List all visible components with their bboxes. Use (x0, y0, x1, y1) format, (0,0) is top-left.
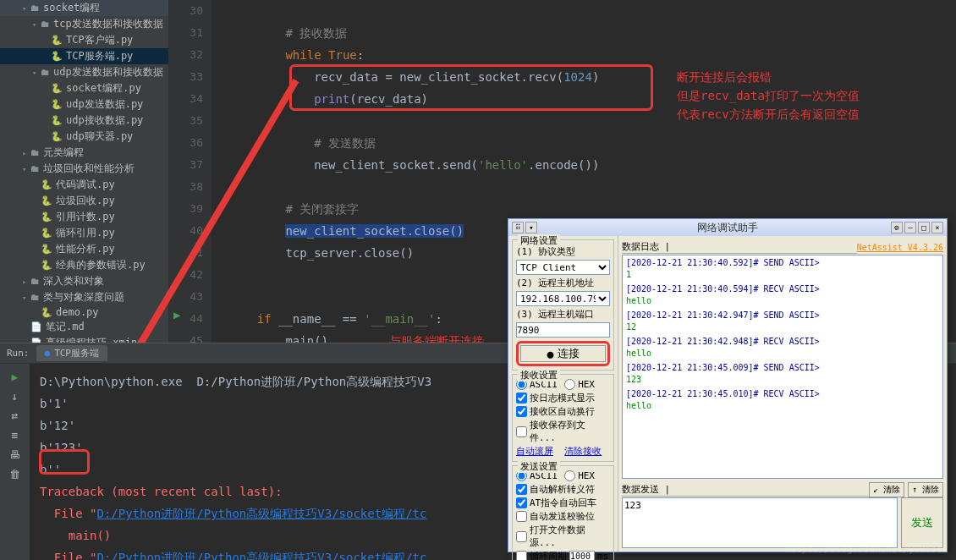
run-tab[interactable]: ● TCP服务端 (36, 345, 108, 361)
port-label: (3) 远程主机端口 (516, 308, 610, 321)
rerun-icon[interactable]: ▶ (12, 371, 19, 383)
tree-item[interactable]: 🐍引用计数.py (0, 209, 168, 225)
log-title: 数据日志 | (622, 240, 857, 254)
recv-opt-2[interactable]: 接收保存到文件... (516, 419, 610, 444)
auto-scroll-link[interactable]: 自动滚屏 (516, 446, 553, 457)
tree-item[interactable]: ▾🖿socket编程 (0, 0, 168, 16)
port-input[interactable] (516, 322, 610, 338)
netassist-window[interactable]: ⠿ ▾ 网络调试助手 ⚙ — □ × 网络设置 (1) 协议类型 TCP Cli… (508, 218, 948, 552)
send-button[interactable]: 发送 (901, 497, 943, 548)
send-opt-3[interactable]: 打开文件数据源... (516, 524, 610, 549)
tree-item[interactable]: 📄笔记.md (0, 319, 168, 335)
run-toolbar: ▶ ↓ ⇄ ≡ 🖶 🗑 (0, 364, 30, 560)
recv-settings-group: 接收设置 ASCII HEX 按日志模式显示 接收区自动换行 接收保存到文件..… (512, 374, 614, 462)
tree-item[interactable]: 🐍udp接收数据.py (0, 113, 168, 129)
pin-icon[interactable]: ▾ (525, 222, 537, 233)
annotation-box-empty (39, 449, 90, 475)
tree-item[interactable]: ▸🖿深入类和对象 (0, 273, 168, 289)
delete-icon[interactable]: 🗑 (9, 468, 20, 480)
close-icon[interactable]: × (931, 222, 943, 233)
tree-item[interactable]: 🐍垃圾回收.py (0, 193, 168, 209)
drag-icon[interactable]: ⠿ (512, 222, 524, 233)
send-opt-1[interactable]: AT指令自动回车 (516, 497, 610, 509)
net-group-label: 网络设置 (518, 234, 560, 247)
tree-item[interactable]: ▾🖿垃圾回收和性能分析 (0, 161, 168, 177)
tree-item[interactable]: 📄高级编程技巧.xmind (0, 335, 168, 343)
send-group-label: 发送设置 (518, 460, 560, 473)
run-label: Run: (7, 348, 30, 359)
run-tab-label: TCP服务端 (54, 347, 99, 360)
line-gutter: 30313233343536373839404142434445 (169, 0, 212, 352)
send-opt-0[interactable]: 自动解析转义符 (516, 483, 610, 496)
clear-recv-link[interactable]: 清除接收 (564, 446, 602, 457)
tree-item[interactable]: 🐍udp聊天器.py (0, 129, 168, 145)
recv-group-label: 接收设置 (518, 369, 560, 382)
annotation-box-recv (289, 64, 653, 111)
tree-item[interactable]: 🐍socket编程.py (0, 80, 168, 96)
tree-item[interactable]: 🐍TCP客户端.py (0, 32, 168, 48)
maximize-icon[interactable]: □ (918, 222, 930, 233)
network-settings-group: 网络设置 (1) 协议类型 TCP Client (2) 远程主机地址 192.… (512, 239, 614, 371)
tree-item[interactable]: 🐍代码调试.py (0, 177, 168, 193)
settings-icon[interactable]: ⚙ (891, 222, 903, 233)
send-hex-radio[interactable]: HEX (564, 470, 595, 481)
netassist-title: 网络调试助手 (697, 221, 758, 235)
tree-item[interactable]: ▾🖿tcp发送数据和接收数据 (0, 16, 168, 32)
proto-label: (1) 协议类型 (516, 245, 610, 258)
annotation-note-1: 断开连接后会报错 但是recv_data打印了一次为空值 代表recv方法断开后… (677, 68, 860, 124)
tree-item[interactable]: 🐍性能分析.py (0, 241, 168, 257)
netassist-titlebar[interactable]: ⠿ ▾ 网络调试助手 ⚙ — □ × (508, 219, 947, 236)
watermark: https://blog.csdn.net/yuuisei (785, 544, 948, 555)
send-textarea[interactable] (622, 497, 898, 548)
send-opt-4[interactable]: 循环周期 ms (516, 550, 610, 560)
clear-btn-1[interactable]: ↙ 清除 (869, 482, 904, 497)
print-icon[interactable]: 🖶 (9, 448, 20, 461)
tree-item[interactable]: 🐍udp发送数据.py (0, 96, 168, 113)
stop-icon[interactable]: ↓ (12, 390, 19, 403)
recv-opt-1[interactable]: 接收区自动换行 (516, 405, 610, 418)
connect-button[interactable]: ●连接 (520, 345, 606, 362)
send-settings-group: 发送设置 ASCII HEX 自动解析转义符 AT指令自动回车 自动发送校验位 … (512, 465, 614, 560)
host-select[interactable]: 192.168.100.79 (516, 291, 610, 306)
send-title: 数据发送 | (622, 483, 869, 497)
tree-item[interactable]: 🐍TCP服务端.py (0, 48, 168, 64)
version-link[interactable]: NetAssist V4.3.26 (857, 243, 943, 252)
clear-btn-2[interactable]: ↑ 清除 (908, 482, 943, 497)
tree-item[interactable]: 🐍demo.py (0, 305, 168, 319)
run-gutter-icon[interactable]: ▶ (173, 308, 180, 321)
filter-icon[interactable]: ≡ (12, 429, 19, 442)
minimize-icon[interactable]: — (904, 222, 916, 233)
log-area[interactable]: [2020-12-21 21:30:40.592]# SEND ASCII>1[… (622, 255, 943, 479)
tree-item[interactable]: ▾🖿udp发送数据和接收数据 (0, 64, 168, 80)
host-label: (2) 远程主机地址 (516, 277, 610, 289)
send-opt-2[interactable]: 自动发送校验位 (516, 510, 610, 523)
cycle-input[interactable] (569, 551, 595, 561)
tree-item[interactable]: ▸🖿元类编程 (0, 145, 168, 161)
project-tree[interactable]: ▾🖿socket编程▾🖿tcp发送数据和接收数据🐍TCP客户端.py🐍TCP服务… (0, 0, 169, 343)
tree-item[interactable]: 🐍经典的参数错误.py (0, 257, 168, 273)
recv-opt-0[interactable]: 按日志模式显示 (516, 392, 610, 404)
protocol-select[interactable]: TCP Client (516, 260, 610, 275)
recv-hex-radio[interactable]: HEX (564, 379, 595, 390)
tree-item[interactable]: ▾🖿类与对象深度问题 (0, 289, 168, 305)
layout-icon[interactable]: ⇄ (12, 409, 19, 422)
tree-item[interactable]: 🐍循环引用.py (0, 225, 168, 241)
